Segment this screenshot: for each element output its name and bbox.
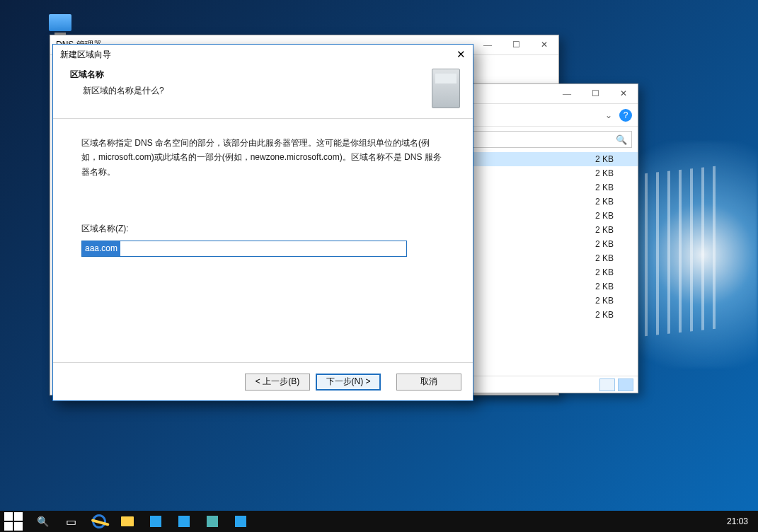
- taskbar-app[interactable]: [171, 512, 197, 531]
- wizard-header: 区域名称 新区域的名称是什么?: [53, 64, 473, 119]
- next-button[interactable]: 下一步(N) >: [316, 374, 381, 391]
- wizard-description: 区域名称指定 DNS 命名空间的部分，该部分由此服务器管理。这可能是你组织单位的…: [81, 136, 444, 179]
- app-icon: [207, 516, 218, 527]
- wallpaper-lines: [645, 166, 716, 337]
- back-button[interactable]: < 上一步(B): [245, 374, 310, 391]
- taskbar-taskview-button[interactable]: ▭: [58, 512, 84, 531]
- file-explorer-window[interactable]: — ☐ ✕ ⌄ ? 🔍 2 KB 2 KB 2 KB 2 KB 2 KB 2 K…: [453, 83, 638, 393]
- list-item[interactable]: 2 KB: [454, 223, 638, 237]
- file-list[interactable]: 2 KB 2 KB 2 KB 2 KB 2 KB 2 KB 2 KB 2 KB …: [454, 152, 638, 322]
- close-button[interactable]: ✕: [609, 84, 638, 104]
- search-icon[interactable]: 🔍: [616, 134, 627, 145]
- pc-icon: [49, 14, 71, 31]
- explorer-statusbar: [454, 376, 638, 393]
- window-titlebar[interactable]: — ☐ ✕: [454, 84, 638, 104]
- list-item[interactable]: 2 KB: [454, 279, 638, 294]
- list-item[interactable]: 2 KB: [454, 195, 638, 209]
- view-large-icons-button[interactable]: [618, 378, 633, 391]
- dialog-titlebar[interactable]: 新建区域向导 ✕: [53, 45, 473, 64]
- minimize-button[interactable]: —: [473, 35, 502, 55]
- minimize-button[interactable]: —: [553, 84, 581, 104]
- list-item[interactable]: 2 KB: [454, 294, 638, 308]
- start-button[interactable]: [4, 512, 23, 531]
- app-icon: [235, 516, 246, 527]
- new-zone-wizard-dialog[interactable]: 新建区域向导 ✕ 区域名称 新区域的名称是什么? 区域名称指定 DNS 命名空间…: [52, 44, 473, 401]
- close-button[interactable]: ✕: [449, 45, 473, 64]
- wizard-subheading: 新区域的名称是什么?: [83, 85, 164, 97]
- taskbar-clock[interactable]: 21:03: [727, 516, 748, 526]
- app-icon: [150, 516, 161, 527]
- taskbar-ie[interactable]: [86, 512, 112, 531]
- list-item[interactable]: 2 KB: [454, 166, 638, 180]
- taskbar-app[interactable]: [200, 512, 225, 531]
- maximize-button[interactable]: ☐: [581, 84, 609, 104]
- list-item[interactable]: 2 KB: [454, 237, 638, 251]
- server-icon: [432, 69, 460, 108]
- ie-icon: [91, 513, 108, 530]
- cancel-button[interactable]: 取消: [396, 374, 461, 391]
- maximize-button[interactable]: ☐: [502, 35, 530, 55]
- zone-name-label: 区域名称(Z):: [81, 221, 444, 236]
- taskbar-explorer[interactable]: [115, 512, 140, 531]
- list-item[interactable]: 2 KB: [454, 209, 638, 223]
- explorer-toolbar: ⌄ ?: [454, 104, 638, 127]
- folder-icon: [121, 516, 134, 526]
- app-icon: [178, 516, 190, 527]
- help-icon[interactable]: ?: [619, 109, 632, 122]
- explorer-search-input[interactable]: 🔍: [459, 131, 632, 148]
- taskbar-app[interactable]: [228, 512, 253, 531]
- list-item[interactable]: 2 KB: [454, 180, 638, 195]
- taskbar-app[interactable]: [143, 512, 168, 531]
- search-icon: 🔍: [37, 516, 49, 527]
- view-details-button[interactable]: [599, 378, 615, 391]
- list-item[interactable]: 2 KB: [454, 251, 638, 265]
- zone-name-selection: aaa.com: [82, 241, 120, 256]
- taskbar[interactable]: 🔍 ▭ 21:03: [0, 511, 758, 532]
- chevron-down-icon[interactable]: ⌄: [605, 110, 612, 120]
- list-item[interactable]: 2 KB: [454, 265, 638, 279]
- wizard-footer: < 上一步(B) 下一步(N) > 取消: [53, 362, 473, 400]
- taskbar-search-button[interactable]: 🔍: [30, 512, 55, 531]
- close-button[interactable]: ✕: [530, 35, 558, 55]
- dialog-title: 新建区域向导: [60, 49, 111, 61]
- list-item[interactable]: 2 KB: [454, 308, 638, 322]
- wizard-content: 区域名称指定 DNS 命名空间的部分，该部分由此服务器管理。这可能是你组织单位的…: [53, 119, 473, 257]
- wizard-heading: 区域名称: [70, 69, 164, 81]
- list-item[interactable]: 2 KB: [454, 152, 638, 166]
- zone-name-input[interactable]: [81, 241, 407, 257]
